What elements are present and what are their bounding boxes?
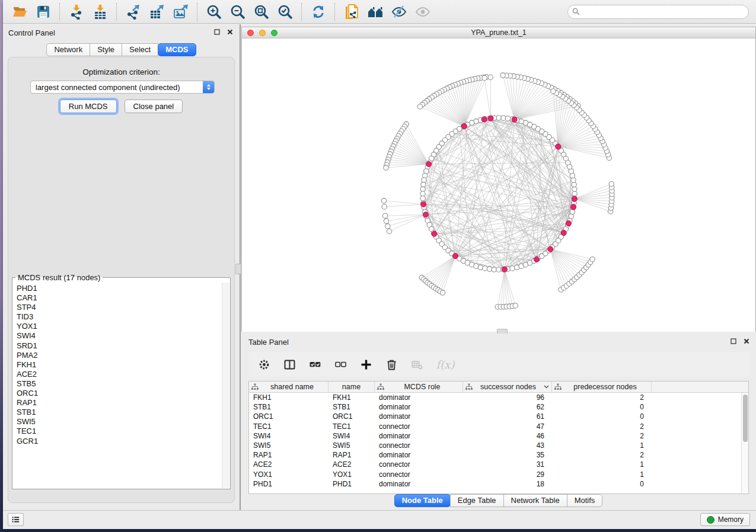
column-type-icon [554, 383, 562, 390]
mcds-result-item[interactable]: YOX1 [17, 322, 222, 331]
export-image-icon[interactable] [169, 2, 193, 21]
mcds-result-item[interactable]: TID3 [17, 312, 222, 322]
global-search-input[interactable] [567, 5, 749, 19]
cell-mcds_role: dominator [375, 402, 463, 412]
table-row[interactable]: SWI4SWI4dominator462 [249, 431, 748, 441]
delete-table-icon[interactable] [410, 358, 424, 371]
mcds-result-item[interactable]: SRD1 [17, 341, 222, 351]
run-mcds-button[interactable]: Run MCDS [60, 100, 117, 113]
save-icon[interactable] [31, 2, 55, 21]
toolbar-separator [59, 3, 60, 21]
zoom-selected-icon[interactable] [273, 2, 297, 21]
cell-shared_name: SWI4 [249, 431, 328, 441]
memory-button[interactable]: Memory [700, 513, 750, 526]
table-row[interactable]: ACE2ACE2connector311 [249, 460, 748, 469]
deselect-all-icon[interactable] [333, 358, 347, 371]
cell-shared_name: RAP1 [249, 450, 328, 460]
network-canvas[interactable] [241, 38, 756, 332]
column-icon[interactable] [282, 358, 296, 371]
tab-edge-table[interactable]: Edge Table [450, 494, 504, 507]
close-panel-button[interactable]: Close panel [125, 100, 183, 113]
network-window-titlebar[interactable]: YPA_prune.txt_1 [241, 27, 756, 38]
close-panel-icon[interactable] [227, 28, 234, 36]
add-icon[interactable] [359, 358, 373, 371]
minimize-window-icon[interactable] [259, 30, 266, 36]
mcds-result-item[interactable]: RAP1 [17, 398, 222, 408]
close-table-panel-icon[interactable] [743, 338, 750, 345]
function-builder-icon[interactable]: f(x) [435, 358, 455, 371]
hide-selected-icon[interactable] [387, 2, 411, 21]
mcds-result-item[interactable]: ACE2 [17, 370, 222, 379]
refresh-icon[interactable] [307, 2, 330, 21]
cell-shared_name: YOX1 [249, 470, 328, 479]
mcds-result-item[interactable]: GCR1 [17, 437, 222, 446]
open-icon[interactable] [8, 2, 31, 21]
tab-motifs[interactable]: Motifs [567, 494, 603, 507]
export-network-icon[interactable] [122, 2, 145, 21]
import-table-icon[interactable] [88, 2, 112, 21]
column-header-predecessor-nodes[interactable]: predecessor nodes [552, 382, 652, 392]
table-row[interactable]: FKH1FKH1dominator962 [249, 393, 748, 402]
result-list-scrollbar[interactable] [222, 283, 229, 488]
tab-node-table[interactable]: Node Table [394, 494, 451, 507]
close-window-icon[interactable] [247, 30, 254, 36]
desktop-background: Control Panel NetworkStyleSelectMCDS Opt… [0, 0, 756, 532]
import-network-icon[interactable] [65, 2, 88, 21]
cell-successor_nodes: 62 [463, 402, 552, 412]
zoom-out-icon[interactable] [226, 2, 250, 21]
maximize-window-icon[interactable] [271, 30, 277, 36]
table-row[interactable]: TEC1TEC1connector472 [249, 422, 748, 431]
mcds-result-item[interactable]: ORC1 [17, 389, 222, 398]
float-table-panel-icon[interactable] [730, 338, 737, 345]
tab-network[interactable]: Network [46, 43, 90, 56]
vertical-splitter-knob[interactable] [235, 264, 241, 274]
tab-select[interactable]: Select [122, 43, 158, 56]
mcds-result-item[interactable]: CAR1 [17, 293, 222, 303]
task-history-button[interactable] [8, 513, 24, 526]
mcds-result-item[interactable]: STB1 [17, 408, 222, 417]
show-all-icon[interactable] [411, 2, 435, 21]
column-header-MCDS-role[interactable]: MCDS role [375, 382, 463, 392]
mcds-tab-panel: Optimization criterion: largest connecte… [8, 57, 235, 503]
table-row[interactable]: SWI5SWI5connector431 [249, 441, 748, 450]
mcds-result-item[interactable]: SWI4 [17, 331, 222, 341]
table-row[interactable]: STB1STB1dominator620 [249, 402, 748, 412]
overview-icon[interactable] [363, 2, 387, 21]
table-row[interactable]: ORC1ORC1dominator610 [249, 412, 748, 421]
tab-style[interactable]: Style [90, 43, 122, 56]
mcds-result-item[interactable]: STP4 [17, 303, 222, 312]
cell-successor_nodes: 31 [463, 460, 552, 469]
mcds-result-item[interactable]: SWI5 [17, 417, 222, 427]
mcds-result-box: MCDS result (17 nodes) PHD1CAR1STP4TID3Y… [12, 273, 231, 489]
float-panel-icon[interactable] [213, 28, 221, 36]
column-header-successor-nodes[interactable]: successor nodes [463, 382, 552, 392]
export-table-icon[interactable] [145, 2, 169, 21]
select-all-icon[interactable] [308, 358, 322, 371]
cell-successor_nodes: 61 [463, 412, 552, 421]
table-row[interactable]: RAP1RAP1dominator352 [249, 450, 748, 460]
delete-icon[interactable] [384, 358, 398, 371]
mcds-result-item[interactable]: STB5 [17, 379, 222, 389]
table-row[interactable]: YOX1YOX1connector291 [249, 470, 748, 479]
share-document-icon[interactable] [340, 2, 363, 21]
mcds-result-item[interactable]: PMA2 [17, 351, 222, 360]
table-body: FKH1FKH1dominator962STB1STB1dominator620… [249, 393, 748, 489]
mcds-result-item[interactable]: PHD1 [17, 284, 222, 293]
settings-icon[interactable] [257, 358, 271, 371]
mcds-result-item[interactable]: TEC1 [17, 427, 222, 436]
cell-mcds_role: connector [375, 422, 463, 431]
select-stepper-icon [203, 81, 214, 93]
column-header-name[interactable]: name [328, 382, 375, 392]
tab-network-table[interactable]: Network Table [503, 494, 567, 507]
table-row[interactable]: PHD1PHD1dominator180 [249, 479, 748, 489]
optimization-criterion-label: Optimization criterion: [8, 68, 234, 76]
table-scrollbar[interactable] [741, 393, 748, 493]
tab-mcds[interactable]: MCDS [158, 43, 196, 56]
column-header-shared-name[interactable]: shared name [249, 382, 328, 392]
zoom-fit-icon[interactable] [250, 2, 273, 21]
zoom-in-icon[interactable] [202, 2, 226, 21]
cell-mcds_role: connector [375, 441, 463, 450]
mcds-result-item[interactable]: FKH1 [17, 360, 222, 370]
optimization-criterion-select[interactable]: largest connected component (undirected) [30, 81, 215, 94]
table-scrollbar-thumb[interactable] [743, 395, 748, 442]
